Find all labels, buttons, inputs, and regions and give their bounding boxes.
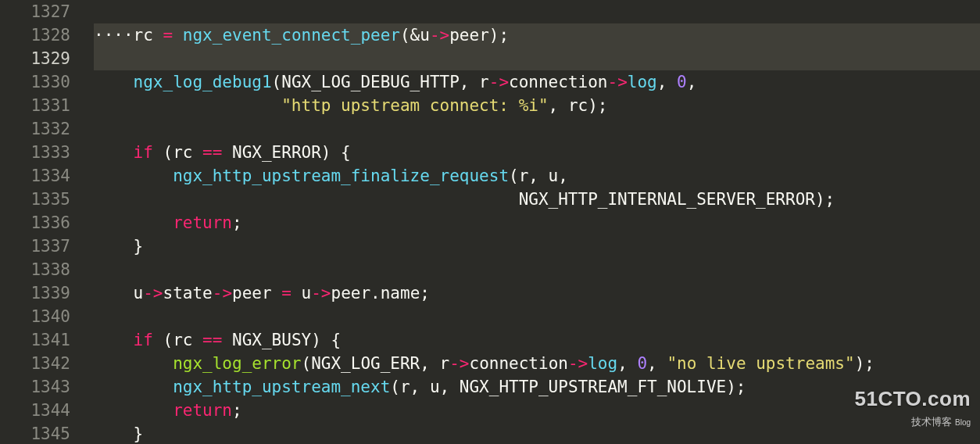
- token-var: u: [94, 284, 143, 303]
- token-var: [94, 143, 134, 162]
- line-number: 1342: [0, 352, 70, 375]
- token-var: u: [302, 284, 312, 303]
- token-ptr: ->: [568, 354, 588, 373]
- code-area[interactable]: ····rc = ngx_event_connect_peer(&u->peer…: [86, 0, 980, 444]
- token-ptr: ->: [311, 284, 331, 303]
- token-par: (NGX_LOG_DEBUG_HTTP, r: [272, 73, 489, 91]
- code-line[interactable]: return;: [94, 399, 980, 422]
- token-mem: log: [628, 73, 657, 91]
- line-number: 1330: [0, 70, 70, 94]
- line-number: 1338: [0, 258, 70, 281]
- token-indent-guide: ····: [94, 26, 134, 45]
- token-par: (r, u, NGX_HTTP_UPSTREAM_FT_NOLIVE);: [390, 378, 746, 396]
- token-ptr: ->: [607, 73, 627, 91]
- token-par: }: [94, 237, 143, 256]
- token-var: NGX_HTTP_INTERNAL_SERVER_ERROR);: [94, 190, 835, 209]
- code-line[interactable]: ngx_log_error(NGX_LOG_ERR, r->connection…: [94, 352, 980, 375]
- token-kw: return: [173, 401, 232, 420]
- line-number: 1336: [0, 211, 70, 235]
- token-prop: connection: [509, 73, 607, 91]
- token-par: (&u: [400, 26, 430, 45]
- line-number: 1328: [0, 23, 70, 47]
- code-line[interactable]: u->state->peer = u->peer.name;: [94, 281, 980, 305]
- line-number: 1329: [0, 47, 70, 70]
- token-par: ;: [232, 213, 242, 232]
- token-var: [94, 378, 173, 396]
- token-var: [94, 331, 134, 349]
- token-par: NGX_BUSY) {: [222, 331, 341, 349]
- line-number: 1335: [0, 188, 70, 211]
- code-line[interactable]: if (rc == NGX_BUSY) {: [94, 328, 980, 352]
- token-op: ==: [202, 143, 222, 162]
- line-number: 1337: [0, 235, 70, 258]
- token-var: rc: [134, 26, 163, 45]
- token-var: [94, 401, 173, 420]
- code-line[interactable]: if (rc == NGX_ERROR) {: [94, 141, 980, 164]
- line-number: 1343: [0, 375, 70, 399]
- token-ptr: ->: [213, 284, 232, 303]
- token-par: (rc: [153, 143, 202, 162]
- code-line[interactable]: "http upstream connect: %i", rc);: [94, 94, 980, 117]
- code-line[interactable]: [94, 258, 980, 281]
- line-number: 1340: [0, 305, 70, 328]
- code-line[interactable]: [94, 0, 980, 23]
- line-number: 1345: [0, 422, 70, 444]
- token-str: "no live upstreams": [667, 354, 854, 373]
- line-number: 1327: [0, 0, 70, 23]
- line-number: 1344: [0, 399, 70, 422]
- line-number: 1332: [0, 117, 70, 141]
- token-par: , rc);: [549, 96, 608, 115]
- token-kw: return: [173, 213, 232, 232]
- token-par: NGX_ERROR) {: [222, 143, 350, 162]
- code-line[interactable]: }: [94, 422, 980, 444]
- line-number: 1333: [0, 141, 70, 164]
- line-number: 1334: [0, 164, 70, 188]
- line-number-gutter: 1327132813291330133113321333133413351336…: [0, 0, 86, 444]
- token-fn: ngx_http_upstream_next: [173, 378, 390, 396]
- code-editor[interactable]: 1327132813291330133113321333133413351336…: [0, 0, 980, 444]
- token-par: (r, u,: [509, 166, 568, 185]
- token-prop: state: [163, 284, 213, 303]
- token-var: [94, 354, 173, 373]
- token-eq: =: [281, 284, 301, 303]
- token-par: ,: [657, 73, 677, 91]
- token-prop: peer.name;: [331, 284, 430, 303]
- token-par: (NGX_LOG_ERR, r: [302, 354, 450, 373]
- token-par: (rc: [153, 331, 202, 349]
- token-ptr: ->: [143, 284, 163, 303]
- code-line[interactable]: ngx_http_upstream_finalize_request(r, u,: [94, 164, 980, 188]
- token-par: );: [855, 354, 874, 373]
- code-line[interactable]: ····rc = ngx_event_connect_peer(&u->peer…: [94, 23, 980, 47]
- token-var: [94, 166, 173, 185]
- token-ptr: ->: [489, 73, 509, 91]
- token-par: ,: [687, 73, 697, 91]
- token-call: ngx_log_error: [173, 354, 301, 373]
- token-prop: peer: [232, 284, 281, 303]
- token-op: ==: [202, 331, 222, 349]
- code-line[interactable]: ngx_log_debug1(NGX_LOG_DEBUG_HTTP, r->co…: [94, 70, 980, 94]
- token-ptr: ->: [430, 26, 449, 45]
- token-ptr: ->: [449, 354, 469, 373]
- token-fn: ngx_http_upstream_finalize_request: [173, 166, 509, 185]
- code-line[interactable]: NGX_HTTP_INTERNAL_SERVER_ERROR);: [94, 188, 980, 211]
- token-fn: ngx_event_connect_peer: [183, 26, 400, 45]
- code-line[interactable]: [94, 47, 980, 70]
- token-fn: ngx_log_debug1: [134, 73, 272, 91]
- token-par: ;: [232, 401, 242, 420]
- code-line[interactable]: [94, 305, 980, 328]
- line-number: 1341: [0, 328, 70, 352]
- token-num: 0: [637, 354, 647, 373]
- code-line[interactable]: [94, 117, 980, 141]
- code-line[interactable]: }: [94, 235, 980, 258]
- token-prop: peer);: [449, 26, 509, 45]
- token-kw: if: [134, 331, 153, 349]
- token-par: }: [94, 424, 143, 443]
- token-var: [94, 96, 281, 115]
- token-mem: log: [588, 354, 617, 373]
- token-prop: connection: [469, 354, 567, 373]
- line-number: 1331: [0, 94, 70, 117]
- code-line[interactable]: return;: [94, 211, 980, 235]
- token-num: 0: [677, 73, 687, 91]
- code-line[interactable]: ngx_http_upstream_next(r, u, NGX_HTTP_UP…: [94, 375, 980, 399]
- token-var: [94, 73, 134, 91]
